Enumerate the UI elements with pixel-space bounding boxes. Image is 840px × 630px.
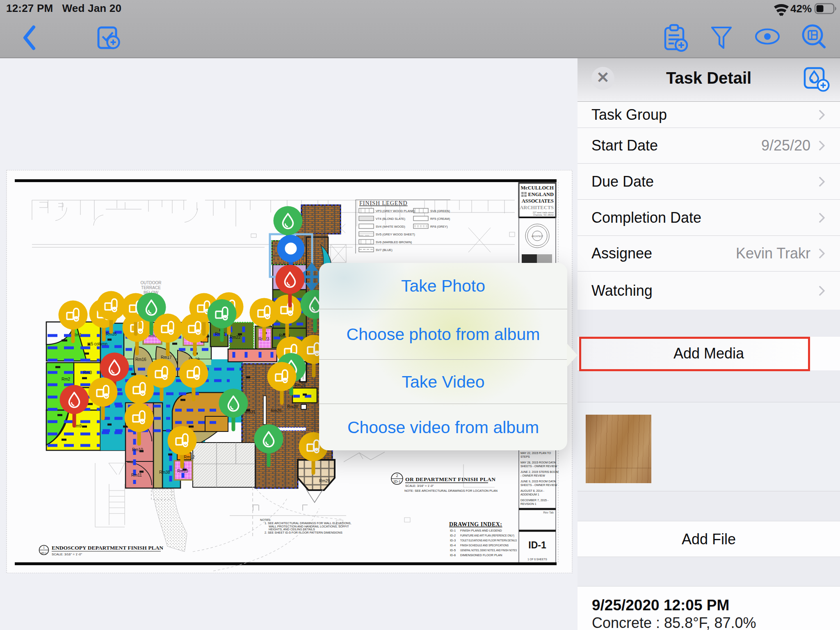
svg-text:AUGUST 8, 2014 -: AUGUST 8, 2014 - [520,489,544,492]
svg-text:SHEETS - OWNER REVIEW: SHEETS - OWNER REVIEW [520,484,557,486]
svg-text:SV4 (WHITE WOOD): SV4 (WHITE WOOD) [376,225,405,228]
svg-text:NOTE: SEE ARCHITECTURAL DRA: NOTE: SEE ARCHITECTURAL DRAWINGS FOR LOC… [404,489,498,493]
svg-text:ARCHITECTS: ARCHITECTS [520,205,554,210]
svg-text:SCALE: 3/16" = 1'-0": SCALE: 3/16" = 1'-0" [52,552,82,556]
svg-text:JUNE 2, 2015 STERIS BOOM: JUNE 2, 2015 STERIS BOOM [520,470,559,473]
svg-text:DECEMBER 7, 2015 -: DECEMBER 7, 2015 - [520,499,548,502]
svg-text:RF5 (CREAM): RF5 (CREAM) [430,217,450,221]
svg-text:OUTDOOR: OUTDOOR [140,281,161,285]
svg-text:Rm2: Rm2 [62,377,71,381]
svg-text:SV6 (MARBLED BROWN): SV6 (MARBLED BROWN) [376,240,412,244]
svg-text:VT4 (BLOND SLATE): VT4 (BLOND SLATE) [376,217,405,221]
svg-text:SV8 (GREEN): SV8 (GREEN) [430,209,450,213]
svg-text:Rm3: Rm3 [83,370,92,375]
svg-text:SCALE: 3/16" = 1'-0": SCALE: 3/16" = 1'-0" [405,484,434,488]
svg-text:Rm25: Rm25 [294,383,306,388]
svg-text:FINISH PLANS AND LEGEND: FINISH PLANS AND LEGEND [460,529,502,532]
svg-text:Rm10: Rm10 [132,447,143,452]
svg-text:ENDOSCOPY DEPARTMENT FINISH: ENDOSCOPY DEPARTMENT FINISH PLAN [52,545,163,551]
svg-text:1 OF 6 SHEETS: 1 OF 6 SHEETS [527,558,547,561]
svg-text:Rm38: Rm38 [159,470,170,475]
svg-text:FURNITURE AND ART PLAN (REFERE: FURNITURE AND ART PLAN (REFERENCE ONLY) [460,534,514,537]
svg-text:DIMENSIONED FLOOR PLAN: DIMENSIONED FLOOR PLAN [460,553,502,557]
svg-text:ASSOCIATES: ASSOCIATES [522,198,554,204]
svg-text:MAY 22, 2015 PLAN TO: MAY 22, 2015 PLAN TO [520,452,551,454]
svg-text:RF8 (GREY): RF8 (GREY) [430,225,448,228]
svg-text:ADDENDUM 1: ADDENDUM 1 [520,493,539,496]
svg-text:SV5 (GREY WOOD SHEET): SV5 (GREY WOOD SHEET) [376,233,415,236]
svg-text:Rm13: Rm13 [177,469,188,473]
svg-text:Rm16: Rm16 [135,357,146,362]
svg-text:Rm26: Rm26 [271,409,282,413]
svg-text:OR DEPARTMENT FINISH PLAN: OR DEPARTMENT FINISH PLAN [405,476,495,482]
svg-text:ID-1: ID-1 [450,529,456,532]
svg-text:- OWNER REVIEW: - OWNER REVIEW [520,474,545,477]
svg-text:Rev Tab: Rev Tab [543,511,554,514]
svg-text:ENGLAND: ENGLAND [528,192,554,197]
svg-text:Rm29: Rm29 [319,479,330,483]
svg-text:1: 1 [43,546,45,550]
svg-text:ID-3: ID-3 [450,539,456,542]
svg-text:SV7 (BLUE): SV7 (BLUE) [376,248,393,252]
svg-text:TERRACE: TERRACE [141,285,161,290]
svg-text:Rm12: Rm12 [184,455,195,459]
svg-text:ID-2: ID-2 [450,534,456,537]
svg-text:FINISH LEGEND: FINISH LEGEND [359,200,408,206]
svg-text:Rm31: Rm31 [244,410,256,414]
svg-text:SHEETS - OWNER REVIEW: SHEETS - OWNER REVIEW [520,465,557,468]
svg-text:ID-1: ID-1 [394,479,401,484]
svg-text:JUNE 9, 2015 ROOM DATA: JUNE 9, 2015 ROOM DATA [520,480,556,483]
svg-text:REVISION 1: REVISION 1 [520,502,536,505]
svg-text:McCULLOCH: McCULLOCH [520,185,554,191]
svg-text:ID-4: ID-4 [450,543,456,547]
svg-text:Rm11: Rm11 [131,473,142,477]
svg-text:FINISH SCHEDULE AND SPECIFICAT: FINISH SCHEDULE AND SPECIFICATIONS [460,543,509,547]
svg-text:ARCHITECT: ARCHITECT [532,235,543,237]
svg-text:GENERAL NOTES, DEMO NOTES, AND: GENERAL NOTES, DEMO NOTES, AND FINISH NO… [460,548,517,552]
svg-text:ID-1: ID-1 [528,540,546,550]
svg-text:ID-6: ID-6 [450,553,456,557]
svg-text:ID-5: ID-5 [450,548,456,552]
svg-text:STEPS: STEPS [520,455,530,458]
svg-text:2: 2 [396,473,398,478]
svg-text:▣5 column: ▣5 column [87,342,107,346]
svg-text:MAY 28, 2015 ROOM DATA: MAY 28, 2015 ROOM DATA [520,461,556,464]
svg-text:2. SEE SHEET ID-5 FOR FLO: 2. SEE SHEET ID-5 FOR FLOOR PATTERN DIME… [265,531,342,534]
svg-text:DRAWING INDEX:: DRAWING INDEX: [449,521,502,527]
svg-text:TOILET ELEVATIONS AND FLOOR PA: TOILET ELEVATIONS AND FLOOR PATTERN DETA… [460,539,517,542]
svg-text:Charlotte, NC 28202: Charlotte, NC 28202 [533,214,554,216]
svg-text:ID-1: ID-1 [41,551,47,555]
svg-text:Rm28: Rm28 [287,404,298,409]
svg-text:VP3 (GREY WOOD PLANK): VP3 (GREY WOOD PLANK) [376,209,415,213]
svg-text:Rm22: Rm22 [230,335,241,340]
